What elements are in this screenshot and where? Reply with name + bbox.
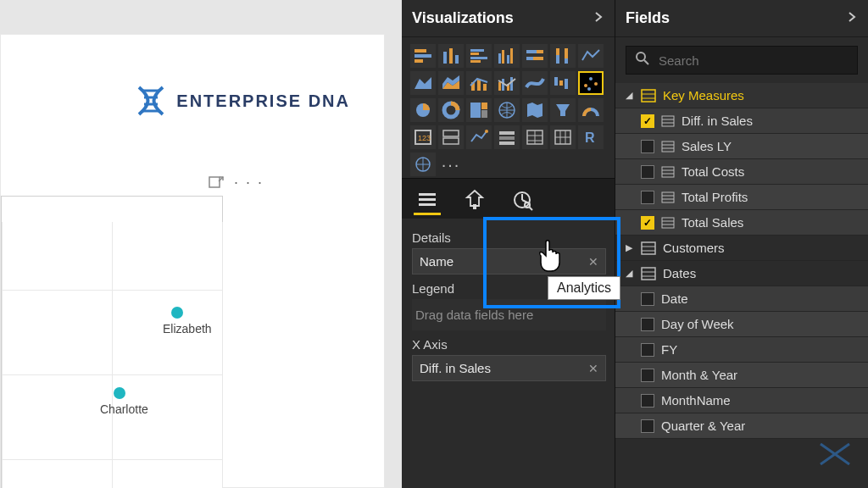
field-label: Month & Year: [661, 368, 737, 382]
scatter-visual[interactable]: Elizabeth Charlotte: [1, 196, 223, 488]
svg-rect-33: [510, 77, 513, 91]
funnel-icon[interactable]: [550, 98, 576, 122]
pie-chart-icon[interactable]: [410, 98, 436, 122]
svg-rect-88: [662, 192, 674, 202]
svg-rect-15: [498, 53, 501, 64]
xaxis-well[interactable]: Diff. in Sales ✕: [412, 355, 606, 381]
line-chart-icon[interactable]: [578, 44, 604, 68]
chevron-right-icon[interactable]: [593, 9, 604, 27]
measure-icon: [661, 217, 675, 229]
field-diff-in-sales[interactable]: Diff. in Sales: [615, 108, 868, 134]
legend-well[interactable]: Drag data fields here: [412, 299, 606, 330]
matrix-icon[interactable]: [550, 125, 576, 149]
table-customers[interactable]: ▶ Customers: [615, 236, 868, 261]
field-checkbox[interactable]: [641, 114, 654, 128]
remove-field-icon[interactable]: ✕: [588, 362, 598, 375]
get-more-visuals-icon[interactable]: ···: [438, 152, 464, 176]
field-sales-ly[interactable]: Sales LY: [615, 134, 868, 159]
svg-rect-4: [209, 177, 220, 187]
field-checkbox[interactable]: [641, 165, 654, 179]
r-visual-icon[interactable]: R: [578, 125, 604, 149]
treemap-icon[interactable]: [466, 98, 492, 122]
table-icon[interactable]: [522, 125, 548, 149]
field-total-profits[interactable]: Total Profits: [615, 185, 868, 210]
field-monthname[interactable]: MonthName: [615, 388, 868, 413]
clustered-bar-icon[interactable]: [466, 44, 492, 68]
format-tab[interactable]: [461, 188, 488, 215]
fields-search-input[interactable]: [659, 53, 849, 68]
field-label: Sales LY: [682, 139, 732, 153]
line-clustered-column-icon[interactable]: [494, 71, 520, 95]
multi-row-card-icon[interactable]: [438, 125, 464, 149]
details-well[interactable]: Name ✕: [412, 248, 606, 274]
svg-rect-68: [419, 198, 436, 201]
table-dates[interactable]: ◢ Dates: [615, 261, 868, 286]
stacked-bar-100-icon[interactable]: [522, 44, 548, 68]
kpi-icon[interactable]: [466, 125, 492, 149]
field-total-sales[interactable]: Total Sales: [615, 210, 868, 236]
stacked-column-100-icon[interactable]: [550, 44, 576, 68]
field-checkbox[interactable]: [641, 343, 654, 357]
focus-mode-icon[interactable]: [209, 175, 224, 190]
filled-map-icon[interactable]: [522, 98, 548, 122]
field-checkbox[interactable]: [641, 191, 654, 204]
measure-icon: [661, 141, 675, 152]
fields-tab[interactable]: [414, 188, 441, 215]
field-checkbox[interactable]: [641, 369, 654, 382]
donut-chart-icon[interactable]: [438, 98, 464, 122]
field-checkbox[interactable]: [641, 216, 654, 230]
field-checkbox[interactable]: [641, 419, 654, 433]
map-icon[interactable]: [494, 98, 520, 122]
svg-rect-35: [559, 80, 563, 86]
chevron-right-icon[interactable]: [846, 9, 858, 27]
field-checkbox[interactable]: [641, 318, 654, 331]
field-checkbox[interactable]: [641, 394, 654, 408]
fields-search[interactable]: [626, 46, 858, 75]
stacked-bar-icon[interactable]: [410, 44, 436, 68]
fields-panel-header[interactable]: Fields: [615, 0, 868, 37]
clustered-column-icon[interactable]: [494, 44, 520, 68]
card-icon[interactable]: 123: [410, 125, 436, 149]
python-visual-icon[interactable]: [410, 152, 436, 176]
stacked-area-icon[interactable]: [438, 71, 464, 95]
scatter-point[interactable]: [114, 387, 125, 399]
svg-rect-36: [565, 79, 568, 89]
svg-rect-52: [499, 131, 515, 135]
field-quarter-and-year[interactable]: Quarter & Year: [615, 413, 868, 439]
field-fy[interactable]: FY: [615, 337, 868, 363]
ribbon-chart-icon[interactable]: [522, 71, 548, 95]
expand-icon: ◢: [626, 268, 634, 279]
svg-text:123: 123: [418, 134, 431, 142]
slicer-icon[interactable]: [494, 125, 520, 149]
svg-rect-18: [510, 48, 513, 64]
table-key-measures[interactable]: ◢ Key Measures: [615, 83, 868, 108]
visual-options-icon[interactable]: · · ·: [234, 176, 264, 188]
fields-panel-title: Fields: [626, 9, 670, 27]
field-label: Total Costs: [682, 164, 744, 179]
svg-rect-11: [470, 49, 484, 52]
svg-rect-20: [537, 50, 543, 53]
svg-rect-12: [470, 53, 479, 55]
field-total-costs[interactable]: Total Costs: [615, 159, 868, 185]
line-stacked-column-icon[interactable]: [466, 71, 492, 95]
analytics-tab[interactable]: [509, 188, 536, 215]
remove-field-icon[interactable]: ✕: [588, 255, 598, 269]
svg-point-37: [584, 84, 587, 87]
visualizations-panel-header[interactable]: Visualizations: [402, 0, 615, 37]
report-page[interactable]: ENTERPRISE DNA · · · Elizabeth: [0, 34, 385, 488]
field-date[interactable]: Date: [615, 286, 868, 312]
waterfall-icon[interactable]: [550, 71, 576, 95]
field-checkbox[interactable]: [641, 292, 654, 306]
area-chart-icon[interactable]: [410, 71, 436, 95]
svg-rect-29: [483, 84, 487, 91]
details-well-label: Details: [412, 230, 606, 245]
scatter-point[interactable]: [171, 307, 183, 319]
field-day-of-week[interactable]: Day of Week: [615, 312, 868, 337]
field-checkbox[interactable]: [641, 140, 654, 153]
stacked-column-icon[interactable]: [438, 44, 464, 68]
field-month-and-year[interactable]: Month & Year: [615, 363, 868, 388]
scatter-chart-icon[interactable]: [578, 71, 604, 95]
field-label: Total Sales: [682, 215, 743, 230]
svg-rect-9: [449, 48, 453, 64]
gauge-icon[interactable]: [578, 98, 604, 122]
